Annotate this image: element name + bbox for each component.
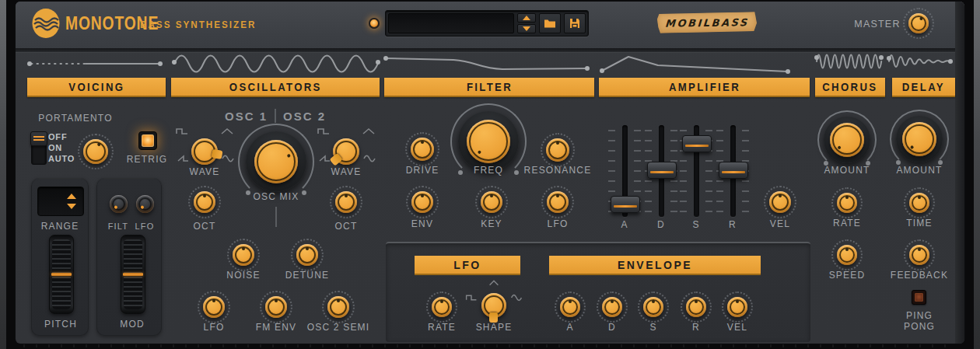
load-preset-button[interactable]	[539, 13, 561, 33]
osc2-label[interactable]: OSC 2	[283, 110, 326, 123]
filter-env-knob[interactable]	[411, 191, 433, 213]
portamento-knob[interactable]	[83, 139, 108, 164]
mod-wheel[interactable]	[121, 235, 145, 314]
env-attack-label: A	[566, 322, 573, 333]
window-edge-right	[974, 0, 980, 349]
save-preset-button[interactable]	[564, 13, 586, 33]
delay-feedback-knob[interactable]	[909, 245, 929, 265]
range-dropdown[interactable]	[37, 187, 84, 216]
delay-time-label: TIME	[906, 218, 932, 229]
resonance-knob[interactable]	[546, 138, 569, 162]
brand-subtitle: BASS SYNTHESIZER	[140, 19, 256, 30]
chorus-rate-knob[interactable]	[837, 193, 857, 213]
osc1-oct-knob[interactable]	[194, 191, 215, 213]
filter-lfo-knob[interactable]	[547, 191, 569, 213]
knob-indicator	[643, 297, 663, 317]
pitch-wheel[interactable]	[49, 235, 74, 314]
fm-env-knob[interactable]	[265, 296, 287, 318]
portamento-label: PORTAMENTO	[38, 113, 112, 124]
switch-handle[interactable]	[30, 131, 47, 146]
ping-pong-button[interactable]	[912, 290, 926, 305]
knob-indicator	[327, 296, 349, 318]
osc2-oct-knob[interactable]	[335, 191, 357, 213]
key-label: KEY	[481, 218, 502, 229]
floppy-save-icon	[569, 18, 580, 29]
amp-release-fader[interactable]	[716, 124, 750, 218]
detune-knob[interactable]	[296, 244, 318, 266]
top-bar-divider	[16, 48, 964, 53]
osc1-label[interactable]: OSC 1	[225, 110, 268, 123]
delay-amount-label: AMOUNT	[896, 165, 942, 176]
preset-down-button[interactable]	[517, 24, 536, 33]
sine-wave-icon	[511, 294, 523, 302]
retrig-label: RETRIG	[127, 154, 168, 165]
switch-option-on: ON	[48, 143, 62, 152]
osc2-wave-label: WAVE	[331, 166, 362, 177]
osc-lfo-knob[interactable]	[203, 296, 225, 318]
env-sustain-knob[interactable]	[643, 297, 663, 317]
knob-indicator	[837, 193, 857, 213]
knob-indicator	[296, 244, 318, 266]
master-knob[interactable]	[908, 13, 929, 33]
fader-cap[interactable]	[611, 196, 640, 213]
preset-up-button[interactable]	[517, 13, 536, 23]
spinner-up-icon	[523, 16, 530, 20]
knob-indicator	[727, 297, 747, 317]
filter-env-label: ENV	[411, 218, 433, 229]
chorus-rate-label: RATE	[833, 218, 861, 229]
delay-time-knob[interactable]	[909, 193, 929, 213]
env-decay-knob[interactable]	[602, 297, 622, 317]
osc-mix-knob[interactable]	[254, 140, 298, 183]
key-knob[interactable]	[481, 191, 502, 213]
chorus-amount-knob[interactable]	[830, 123, 864, 157]
noise-label: NOISE	[226, 270, 260, 281]
delay-amount-knob[interactable]	[902, 122, 936, 156]
filt-knob[interactable]	[110, 195, 128, 213]
portamento-switch[interactable]	[31, 132, 47, 165]
knob-indicator	[335, 191, 357, 213]
knob-indicator	[265, 296, 287, 318]
env-attack-knob[interactable]	[560, 297, 580, 317]
section-header-filter: FILTER	[384, 78, 594, 97]
fader-cap[interactable]	[719, 162, 748, 179]
env-release-knob[interactable]	[686, 297, 706, 317]
preset-bar	[385, 10, 589, 37]
fm-env-label: FM ENV	[256, 322, 297, 333]
section-header-voicing: VOICING	[27, 78, 166, 97]
freq-knob[interactable]	[467, 120, 510, 163]
fader-cap[interactable]	[647, 162, 677, 179]
sine-wave-icon	[222, 154, 234, 163]
sticker-text: MOBILBASS	[665, 16, 749, 30]
env-vel-knob[interactable]	[727, 297, 747, 317]
ping-label: PING	[906, 310, 933, 321]
preset-name-display[interactable]	[388, 13, 514, 33]
knob-indicator	[769, 191, 791, 213]
filt-label: FILT	[108, 222, 129, 231]
osc1-wave-knob[interactable]	[191, 138, 218, 165]
drive-knob[interactable]	[411, 138, 434, 161]
lfo-shape-knob[interactable]	[481, 293, 506, 318]
amp-sustain-fader[interactable]	[679, 124, 713, 218]
chorus-speed-knob[interactable]	[837, 245, 857, 265]
fader-cap[interactable]	[682, 135, 712, 152]
square-wave-icon	[317, 127, 330, 136]
osc-mix-label: OSC MIX	[253, 191, 299, 202]
amp-vel-knob[interactable]	[769, 191, 791, 213]
voicing-lfo-knob[interactable]	[136, 195, 154, 213]
osc2-wave-knob[interactable]	[333, 138, 359, 165]
osc2-semi-knob[interactable]	[327, 296, 349, 318]
amp-vel-label: VEL	[770, 218, 790, 229]
lfo-rate-knob[interactable]	[432, 297, 452, 317]
osc-lfo-label: LFO	[204, 322, 225, 333]
down-arrow-icon	[67, 204, 76, 209]
retrig-led-button[interactable]	[138, 131, 157, 150]
knob-indicator	[837, 245, 857, 265]
osc-divider	[275, 109, 276, 123]
freq-label: FREQ	[474, 165, 503, 176]
noise-knob[interactable]	[233, 244, 254, 266]
knob-indicator	[132, 191, 157, 216]
knob-indicator	[686, 297, 706, 317]
lfo-shape-label: SHAPE	[476, 322, 513, 333]
amp-decay-fader[interactable]	[644, 124, 678, 218]
amp-attack-fader[interactable]	[607, 124, 642, 218]
